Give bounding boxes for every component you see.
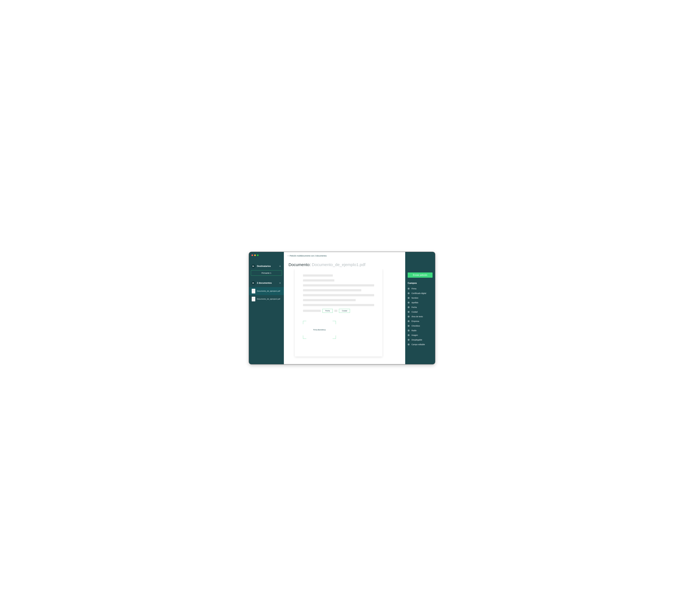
field-type-item[interactable]: Nombre [408, 296, 433, 300]
field-type-label: Desplegable [411, 339, 422, 341]
document-page[interactable]: Fecha Ciudad Firma Biométrica [295, 269, 382, 356]
field-type-item[interactable]: Ciudad [408, 310, 433, 314]
dot-icon [408, 292, 410, 294]
signature-field[interactable]: Firma Biométrica [303, 321, 336, 339]
placeholder-line [303, 284, 374, 286]
document-name: Documento_de_ejemplo1.pdf [257, 290, 280, 292]
field-fecha[interactable]: Fecha [322, 309, 333, 313]
document-thumbnail-icon [252, 297, 255, 301]
placeholder-line [303, 289, 361, 291]
dot-icon [408, 306, 410, 308]
field-type-label: Firma [411, 288, 416, 290]
recipients-section: Destinatarios Firmante 1 [249, 263, 284, 276]
recipients-header-left: Destinatarios [251, 264, 271, 268]
documents-header: 2 documentos [251, 280, 282, 286]
dot-icon [408, 311, 410, 313]
corner-icon [303, 335, 306, 339]
field-type-label: Nombre [411, 297, 418, 299]
fields-panel-title: Campos [408, 282, 433, 285]
recipients-header: Destinatarios [251, 263, 282, 269]
field-type-item[interactable]: Apellido [408, 301, 433, 305]
field-ciudad[interactable]: Ciudad [339, 309, 350, 313]
document-name: Documento_de_ejemplo2.pdf [257, 298, 280, 300]
document-canvas: Fecha Ciudad Firma Biométrica [284, 269, 405, 364]
field-type-label: Apellido [411, 302, 418, 304]
field-type-item[interactable]: Firma [408, 286, 433, 291]
documents-section-header-wrap: 2 documentos [249, 280, 284, 286]
field-type-item[interactable]: Campo editable [408, 342, 433, 347]
dot-icon [408, 344, 410, 346]
add-recipient-button[interactable] [279, 265, 281, 268]
document-thumbnail-icon [252, 289, 255, 293]
field-type-label: Imagen [411, 334, 418, 336]
send-request-button[interactable]: Enviar petición [408, 272, 433, 278]
breadcrumb-back[interactable]: Petición multidocumento con 2 documentos [284, 252, 405, 258]
chevron-left-icon [288, 255, 289, 257]
app-window: Destinatarios Firmante 1 2 documentos [249, 252, 435, 364]
field-type-label: Certificado digital [411, 292, 426, 294]
document-title: Documento: Documento_de_ejemplo1.pdf [284, 258, 405, 269]
documents-header-left: 2 documentos [251, 281, 272, 285]
dot-icon [408, 339, 410, 341]
signer-button[interactable]: Firmante 1 [251, 270, 282, 276]
field-type-label: Empresa [411, 320, 419, 322]
dot-icon [408, 334, 410, 336]
field-type-item[interactable]: Fecha [408, 305, 433, 309]
placeholder-line [303, 279, 334, 282]
placeholder-line [303, 310, 321, 312]
window-controls [249, 255, 284, 256]
documents-list: Documento_de_ejemplo1.pdf Documento_de_e… [249, 287, 284, 303]
documents-title: 2 documentos [257, 282, 272, 284]
recipients-title: Destinatarios [257, 265, 271, 267]
document-item[interactable]: Documento_de_ejemplo2.pdf [249, 295, 284, 303]
corner-icon [333, 335, 336, 339]
document-item[interactable]: Documento_de_ejemplo1.pdf [249, 287, 284, 295]
window-close-button[interactable] [251, 255, 253, 256]
right-panel: Enviar petición Campos Firma Certificado… [405, 252, 435, 364]
field-type-label: Fecha [411, 306, 417, 308]
dot-icon [408, 320, 410, 322]
signature-label: Firma Biométrica [313, 329, 326, 331]
dot-icon [408, 315, 410, 317]
document-title-filename: Documento_de_ejemplo1.pdf [312, 262, 365, 267]
corner-icon [303, 321, 306, 324]
field-type-label: Área de texto [411, 315, 423, 318]
fields-list: Firma Certificado digital Nombre Apellid… [408, 286, 433, 347]
placeholder-line [303, 299, 356, 301]
dot-icon [408, 330, 410, 331]
inline-fields-row: Fecha Ciudad [303, 309, 374, 313]
placeholder-line [303, 294, 374, 296]
field-type-item[interactable]: Imagen [408, 333, 433, 337]
field-type-label: Campo editable [411, 344, 425, 346]
field-type-item[interactable]: Área de texto [408, 314, 433, 319]
placeholder-line [303, 304, 374, 306]
field-type-label: Checkbox [411, 325, 420, 327]
dot-icon [408, 297, 410, 299]
field-type-label: Radio [411, 329, 416, 332]
dot-icon [408, 325, 410, 327]
dot-icon [408, 288, 410, 290]
main-content: Petición multidocumento con 2 documentos… [284, 252, 405, 364]
window-minimize-button[interactable] [254, 255, 256, 256]
dot-icon [408, 302, 410, 304]
breadcrumb-label: Petición multidocumento con 2 documentos [290, 255, 327, 257]
window-fullscreen-button[interactable] [257, 255, 258, 256]
corner-icon [333, 321, 336, 324]
paper-plane-icon [251, 281, 255, 285]
sidebar: Destinatarios Firmante 1 2 documentos [249, 252, 284, 364]
placeholder-line [303, 274, 333, 277]
field-type-label: Ciudad [411, 311, 417, 313]
field-type-item[interactable]: Certificado digital [408, 291, 433, 295]
placeholder-line [334, 310, 337, 312]
paper-plane-icon [251, 264, 255, 268]
add-document-button[interactable] [279, 282, 281, 284]
field-type-item[interactable]: Radio [408, 328, 433, 333]
field-type-item[interactable]: Desplegable [408, 338, 433, 342]
field-type-item[interactable]: Checkbox [408, 324, 433, 328]
document-title-label: Documento: [289, 262, 312, 267]
field-type-item[interactable]: Empresa [408, 319, 433, 323]
